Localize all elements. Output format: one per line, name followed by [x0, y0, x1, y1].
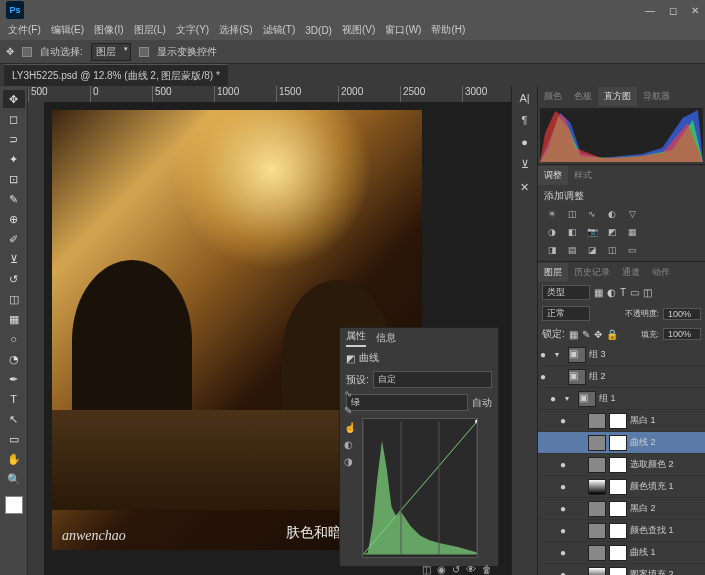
channel-dropdown[interactable]: 绿 — [346, 394, 468, 411]
curve-tool-icon[interactable]: ∿ — [344, 388, 356, 399]
adj-mixer-icon[interactable]: ◩ — [604, 225, 620, 239]
layer-row[interactable]: 曲线 2 — [538, 432, 705, 454]
shape-tool[interactable]: ▭ — [3, 430, 25, 448]
adj-brightness-icon[interactable]: ☀ — [544, 207, 560, 221]
curves-graph[interactable] — [362, 418, 478, 558]
para-panel-icon[interactable]: ¶ — [522, 114, 528, 126]
gradient-tool[interactable]: ▦ — [3, 310, 25, 328]
minimize-icon[interactable]: — — [645, 5, 655, 16]
menu-layer[interactable]: 图层(L) — [130, 21, 170, 39]
sample-icon[interactable]: ☝ — [344, 422, 356, 433]
menu-window[interactable]: 窗口(W) — [381, 21, 425, 39]
menu-filter[interactable]: 滤镜(T) — [259, 21, 300, 39]
expand-icon[interactable]: ▾ — [565, 394, 575, 403]
layer-row[interactable]: ●选取颜色 2 — [538, 454, 705, 476]
auto-select-target[interactable]: 图层 — [91, 43, 131, 61]
tab-styles[interactable]: 样式 — [568, 166, 598, 185]
eye-icon[interactable]: ● — [560, 569, 572, 575]
adj-selcolor-icon[interactable]: ◫ — [604, 243, 620, 257]
adj-bw-icon[interactable]: ◧ — [564, 225, 580, 239]
eye-icon[interactable]: ● — [560, 503, 572, 514]
blend-mode-dropdown[interactable]: 正常 — [542, 306, 590, 321]
crop-tool[interactable]: ⊡ — [3, 170, 25, 188]
menu-select[interactable]: 选择(S) — [215, 21, 256, 39]
opacity-value[interactable]: 100% — [663, 308, 701, 320]
layer-row[interactable]: ●曲线 1 — [538, 542, 705, 564]
clone-panel-icon[interactable]: ⊻ — [521, 158, 529, 171]
tab-adjustments[interactable]: 调整 — [538, 166, 568, 185]
auto-select-checkbox[interactable] — [22, 47, 32, 57]
tab-actions[interactable]: 动作 — [646, 263, 676, 282]
tab-channels[interactable]: 通道 — [616, 263, 646, 282]
layer-row[interactable]: ●▾▣组 1 — [538, 388, 705, 410]
stamp-tool[interactable]: ⊻ — [3, 250, 25, 268]
layer-row[interactable]: ●黑白 2 — [538, 498, 705, 520]
layer-row[interactable]: ●▾▣组 3 — [538, 344, 705, 366]
tab-history[interactable]: 历史记录 — [568, 263, 616, 282]
view-prev-icon[interactable]: ◉ — [437, 564, 446, 575]
reset-icon[interactable]: ↺ — [452, 564, 460, 575]
layer-row[interactable]: ●颜色填充 1 — [538, 476, 705, 498]
filter-shape-icon[interactable]: ▭ — [630, 287, 639, 298]
lock-all-icon[interactable]: 🔒 — [606, 329, 618, 340]
tab-layers[interactable]: 图层 — [538, 263, 568, 282]
history-brush-tool[interactable]: ↺ — [3, 270, 25, 288]
lasso-tool[interactable]: ⊃ — [3, 130, 25, 148]
path-tool[interactable]: ↖ — [3, 410, 25, 428]
tab-properties[interactable]: 属性 — [346, 329, 366, 347]
eye-icon[interactable]: ● — [560, 481, 572, 492]
expand-icon[interactable]: ▾ — [555, 350, 565, 359]
dodge-tool[interactable]: ◔ — [3, 350, 25, 368]
wand-tool[interactable]: ✦ — [3, 150, 25, 168]
canvas-area[interactable]: 500050010001500200025003000 anwenchao 肤色… — [28, 86, 511, 575]
close-icon[interactable]: ✕ — [691, 5, 699, 16]
clip-icon[interactable]: ◫ — [422, 564, 431, 575]
auto-button[interactable]: 自动 — [472, 396, 492, 410]
brush-tool[interactable]: ✐ — [3, 230, 25, 248]
hand-tool[interactable]: ✋ — [3, 450, 25, 468]
preset-dropdown[interactable]: 自定 — [373, 371, 492, 388]
pen-tool[interactable]: ✒ — [3, 370, 25, 388]
adj-threshold-icon[interactable]: ◪ — [584, 243, 600, 257]
adj-exposure-icon[interactable]: ◐ — [604, 207, 620, 221]
menu-image[interactable]: 图像(I) — [90, 21, 127, 39]
layer-kind-dropdown[interactable]: 类型 — [542, 285, 590, 300]
adj-hue-icon[interactable]: ◑ — [544, 225, 560, 239]
close-panel-icon[interactable]: ✕ — [520, 181, 529, 194]
lock-pos-icon[interactable]: ✥ — [594, 329, 602, 340]
bp-icon[interactable]: ◐ — [344, 439, 356, 450]
move-tool[interactable]: ✥ — [3, 90, 25, 108]
char-panel-icon[interactable]: A| — [519, 92, 529, 104]
tab-info[interactable]: 信息 — [376, 331, 396, 345]
layer-row[interactable]: ●图案填充 2 — [538, 564, 705, 575]
heal-tool[interactable]: ⊕ — [3, 210, 25, 228]
eye-icon[interactable]: ● — [540, 371, 552, 382]
eyedropper-tool[interactable]: ✎ — [3, 190, 25, 208]
menu-3d[interactable]: 3D(D) — [301, 23, 336, 38]
delete-icon[interactable]: 🗑 — [482, 564, 492, 575]
marquee-tool[interactable]: ◻ — [3, 110, 25, 128]
eraser-tool[interactable]: ◫ — [3, 290, 25, 308]
layer-row[interactable]: ●黑白 1 — [538, 410, 705, 432]
tab-swatches[interactable]: 色板 — [568, 87, 598, 106]
menu-edit[interactable]: 编辑(E) — [47, 21, 88, 39]
visible-icon[interactable]: 👁 — [466, 564, 476, 575]
filter-type-icon[interactable]: T — [620, 287, 626, 298]
zoom-tool[interactable]: 🔍 — [3, 470, 25, 488]
transform-checkbox[interactable] — [139, 47, 149, 57]
tab-color[interactable]: 颜色 — [538, 87, 568, 106]
layer-row[interactable]: ●▣组 2 — [538, 366, 705, 388]
blur-tool[interactable]: ○ — [3, 330, 25, 348]
pencil-tool-icon[interactable]: ✎ — [344, 405, 356, 416]
eye-icon[interactable]: ● — [540, 349, 552, 360]
eye-icon[interactable]: ● — [560, 459, 572, 470]
eye-icon[interactable]: ● — [560, 415, 572, 426]
eye-icon[interactable]: ● — [560, 547, 572, 558]
adj-vibrance-icon[interactable]: ▽ — [624, 207, 640, 221]
lock-paint-icon[interactable]: ✎ — [582, 329, 590, 340]
menu-file[interactable]: 文件(F) — [4, 21, 45, 39]
layer-row[interactable]: ●颜色查找 1 — [538, 520, 705, 542]
adj-levels-icon[interactable]: ◫ — [564, 207, 580, 221]
document-tab[interactable]: LY3H5225.psd @ 12.8% (曲线 2, 图层蒙版/8) * — [4, 64, 228, 87]
menu-view[interactable]: 视图(V) — [338, 21, 379, 39]
